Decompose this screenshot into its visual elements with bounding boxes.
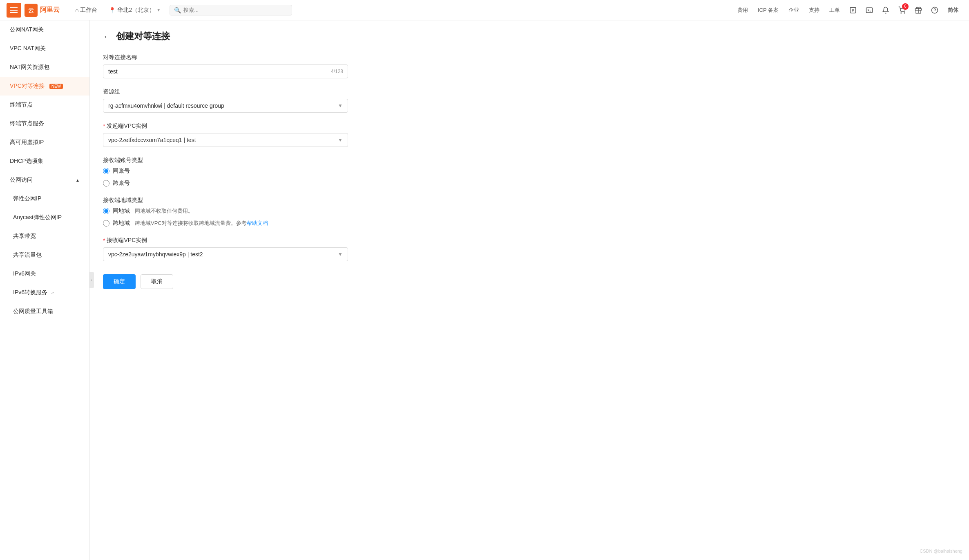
create-form: 对等连接名称 4/128 资源组 rg-acfmxu4omvhnkwi | de… [103,54,348,289]
sidebar-item-vpc-peering[interactable]: VPC对等连接 NEW [0,77,89,96]
bell-btn[interactable] [878,0,893,20]
logo[interactable]: 云 阿里云 [25,4,60,17]
sidebar-item-public-quality[interactable]: 公网质量工具箱 [0,302,89,321]
same-account-radio[interactable] [103,168,109,174]
cross-region-desc: 跨地域VPC对等连接将收取跨地域流量费。参考帮助文档 [135,220,268,227]
terminal-btn[interactable] [862,0,877,20]
sidebar-item-endpoint[interactable]: 终端节点 [0,96,89,114]
form-actions: 确定 取消 [103,274,348,289]
resource-group-label: 资源组 [103,88,348,96]
enterprise-link[interactable]: 企业 [784,0,803,20]
chevron-down-icon: ▼ [338,103,343,109]
sidebar-item-eip[interactable]: 弹性公网IP [0,189,89,208]
svg-point-5 [904,13,905,13]
search-input[interactable] [183,7,288,13]
sidebar: 公网NAT网关 VPC NAT网关 NAT网关资源包 VPC对等连接 NEW 终… [0,20,90,560]
main-layout: 公网NAT网关 VPC NAT网关 NAT网关资源包 VPC对等连接 NEW 终… [0,20,969,560]
receiver-region-field-group: 接收端地域类型 同地域 同地域不收取任何费用。 跨地域 跨地域VPC对等连接将收… [103,197,348,227]
home-icon: ⌂ [75,7,78,13]
back-button[interactable]: ← [103,32,111,40]
icp-link[interactable]: ICP 备案 [754,0,783,20]
workorder-link[interactable]: 工单 [825,0,844,20]
chevron-up-icon: ▲ [76,178,80,182]
cancel-button[interactable]: 取消 [141,274,173,289]
name-input-wrapper: 4/128 [103,64,348,78]
page-header: ← 创建对等连接 [103,30,956,42]
cart-badge: 6 [902,3,909,10]
name-counter: 4/128 [331,69,343,74]
help-btn[interactable] [927,0,942,20]
receiver-vpc-required-mark: * [103,237,105,244]
receiver-account-radio-group: 同账号 跨账号 [103,167,348,187]
main-content: ← 创建对等连接 对等连接名称 4/128 资源组 rg-acf [90,20,969,560]
initiator-vpc-label: * 发起端VPC实例 [103,122,348,130]
menu-button[interactable] [7,3,21,18]
region-chevron-icon: ▼ [156,8,161,12]
sidebar-item-public-nat[interactable]: 公网NAT网关 [0,20,89,39]
sidebar-item-vpc-nat[interactable]: VPC NAT网关 [0,39,89,58]
top-navigation: 云 阿里云 ⌂ 工作台 📍 华北2（北京） ▼ 🔍 费用 ICP 备案 企业 支… [0,0,969,20]
receiver-vpc-select[interactable]: vpc-2ze2uyaw1mybhqvwiex9p | test2 ▼ [103,247,348,261]
fees-link[interactable]: 费用 [733,0,752,20]
sidebar-item-dhcp[interactable]: DHCP选项集 [0,152,89,171]
same-region-radio[interactable] [103,208,109,214]
chevron-down-icon-2: ▼ [338,137,343,143]
name-label: 对等连接名称 [103,54,348,61]
nav-right-area: 费用 ICP 备案 企业 支持 工单 6 简体 [733,0,962,20]
gift-btn[interactable] [911,0,926,20]
cross-region-radio[interactable] [103,220,109,227]
sidebar-toggle-btn[interactable]: ‹ [89,272,94,288]
same-account-option[interactable]: 同账号 [103,167,348,175]
location-icon: 📍 [109,7,116,13]
sidebar-item-shared-traffic[interactable]: 共享流量包 [0,246,89,264]
search-icon: 🔍 [174,7,181,13]
sidebar-item-shared-bandwidth[interactable]: 共享带宽 [0,227,89,246]
sidebar-item-ipv6-convert[interactable]: IPv6转换服务 ↗ [0,283,89,302]
svg-point-4 [901,13,902,13]
chevron-down-icon-3: ▼ [338,251,343,257]
cross-region-option[interactable]: 跨地域 跨地域VPC对等连接将收取跨地域流量费。参考帮助文档 [103,220,348,227]
receiver-region-radio-group: 同地域 同地域不收取任何费用。 跨地域 跨地域VPC对等连接将收取跨地域流量费。… [103,207,348,227]
svg-rect-3 [866,8,873,13]
receiver-account-field-group: 接收端账号类型 同账号 跨账号 [103,157,348,187]
sidebar-item-endpoint-service[interactable]: 终端节点服务 [0,114,89,133]
same-region-desc: 同地域不收取任何费用。 [135,207,193,215]
resource-group-field-group: 资源组 rg-acfmxu4omvhnkwi | default resourc… [103,88,348,113]
cross-account-option[interactable]: 跨账号 [103,180,348,187]
cart-btn[interactable]: 6 [895,0,909,20]
help-doc-link[interactable]: 帮助文档 [247,220,268,226]
cross-account-radio[interactable] [103,180,109,187]
watermark: CSDN @baihaisheng [920,549,962,553]
region-selector[interactable]: 📍 华北2（北京） ▼ [103,0,166,20]
receiver-account-label: 接收端账号类型 [103,157,348,164]
resource-group-select[interactable]: rg-acfmxu4omvhnkwi | default resource gr… [103,99,348,113]
same-region-option[interactable]: 同地域 同地域不收取任何费用。 [103,207,348,215]
name-input[interactable] [103,64,348,78]
receiver-vpc-field-group: * 接收端VPC实例 vpc-2ze2uyaw1mybhqvwiex9p | t… [103,237,348,261]
external-link-icon: ↗ [51,291,54,295]
logo-text: 阿里云 [40,6,60,14]
page-title: 创建对等连接 [116,30,170,42]
svg-text:云: 云 [28,7,34,13]
receiver-vpc-label: * 接收端VPC实例 [103,237,348,244]
logo-icon: 云 [25,4,38,17]
initiator-vpc-select[interactable]: vpc-2zetfxdccvxom7a1qceq1 | test ▼ [103,133,348,147]
required-mark: * [103,123,105,129]
new-badge: NEW [49,84,63,89]
receiver-region-label: 接收端地域类型 [103,197,348,204]
name-field-group: 对等连接名称 4/128 [103,54,348,78]
sidebar-item-nat-package[interactable]: NAT网关资源包 [0,58,89,77]
user-menu[interactable]: 简体 [944,0,962,20]
sidebar-group-public-access[interactable]: 公网访问 ▲ [0,171,89,189]
sidebar-item-ha-vip[interactable]: 高可用虚拟IP [0,133,89,152]
sidebar-item-ipv6-gateway[interactable]: IPv6网关 [0,264,89,283]
confirm-button[interactable]: 确定 [103,274,136,289]
workbench-link[interactable]: ⌂ 工作台 [69,0,103,20]
initiator-vpc-field-group: * 发起端VPC实例 vpc-2zetfxdccvxom7a1qceq1 | t… [103,122,348,147]
upload-btn[interactable] [846,0,860,20]
search-box[interactable]: 🔍 [170,5,292,16]
support-link[interactable]: 支持 [805,0,824,20]
sidebar-item-anycast-eip[interactable]: Anycast弹性公网IP [0,208,89,227]
